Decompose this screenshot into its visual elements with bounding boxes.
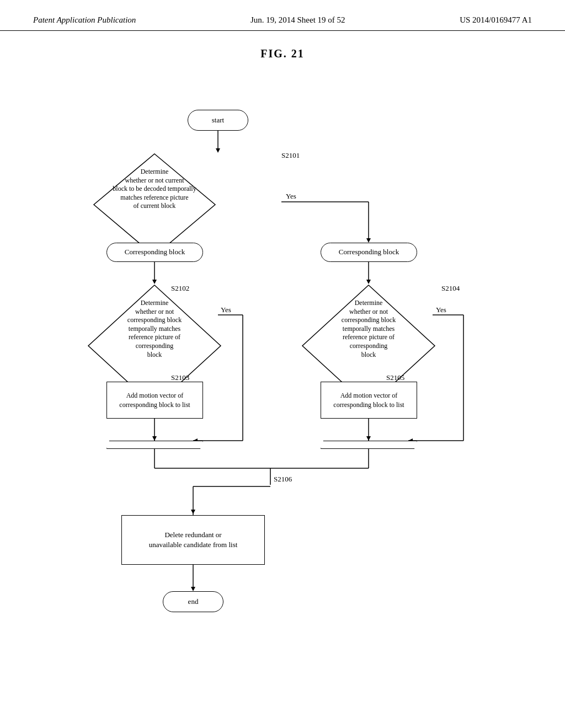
corr-block-left-label: Corresponding block (125, 248, 185, 257)
s2104-label: S2104 (441, 284, 460, 293)
header-right: US 2014/0169477 A1 (460, 15, 532, 25)
start-shape: start (188, 110, 248, 131)
page-header: Patent Application Publication Jun. 19, … (0, 0, 565, 31)
flowchart: No Yes No Yes No Yes (0, 66, 565, 705)
merge-bar-left (106, 441, 203, 449)
add-mv-left: Add motion vector ofcorresponding block … (106, 382, 203, 419)
header-left: Patent Application Publication (33, 15, 136, 25)
svg-marker-30 (152, 436, 157, 441)
svg-marker-44 (191, 587, 195, 591)
corr-block-left: Corresponding block (106, 243, 203, 262)
svg-marker-7 (366, 238, 371, 243)
s2101-label: S2101 (281, 151, 300, 160)
svg-marker-32 (366, 436, 371, 441)
end-shape: end (163, 591, 223, 612)
start-label: start (212, 116, 224, 125)
figure-title: FIG. 21 (0, 47, 565, 60)
corr-block-right-label: Corresponding block (339, 248, 399, 257)
end-label: end (188, 597, 199, 607)
s2105-label: S2105 (386, 373, 404, 382)
merge-bar-right (321, 441, 417, 449)
svg-text:Yes: Yes (286, 192, 296, 200)
add-mv-left-label: Add motion vector ofcorresponding block … (119, 391, 190, 409)
flow-svg: No Yes No Yes No Yes (0, 66, 565, 705)
svg-text:S2106: S2106 (274, 475, 292, 483)
add-mv-right: Add motion vector ofcorresponding block … (321, 382, 417, 419)
delete-label: Delete redundant orunavailable candidate… (149, 530, 238, 550)
add-mv-right-label: Add motion vector ofcorresponding block … (333, 391, 404, 409)
corr-block-right: Corresponding block (321, 243, 417, 262)
delete-box: Delete redundant orunavailable candidate… (121, 515, 265, 565)
s2103-label: S2103 (171, 373, 189, 382)
header-center: Jun. 19, 2014 Sheet 19 of 52 (250, 15, 345, 25)
